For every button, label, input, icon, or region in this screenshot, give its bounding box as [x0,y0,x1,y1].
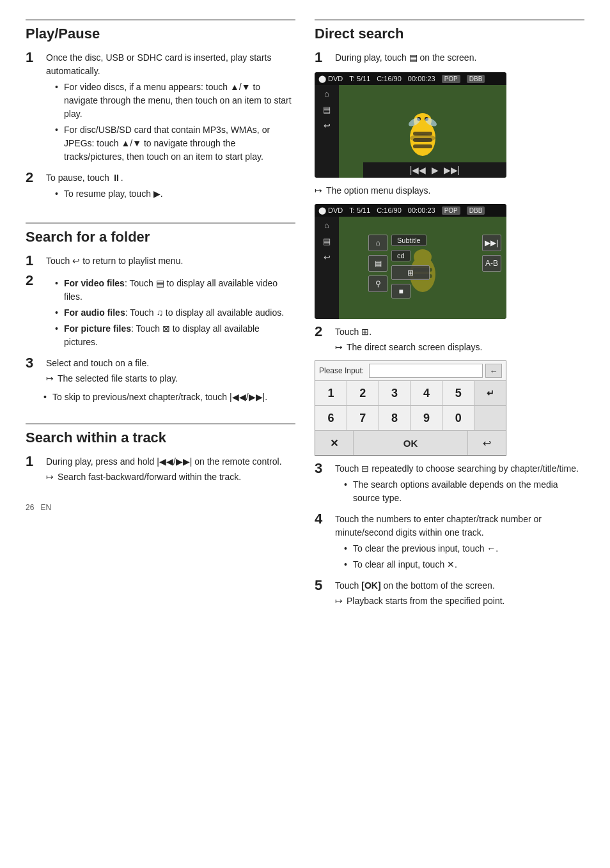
section-title-track: Search within a track [26,423,295,446]
numpad-key-7[interactable]: 7 [347,406,379,430]
folder-step-1: 1 Touch ↩ to return to playlist menu. [26,254,295,269]
home-icon-2: ⌂ [324,221,329,230]
section-title-play-pause: Play/Pause [26,19,295,42]
numpad-label: Please Input: [319,366,364,375]
numpad: Please Input: ← 1 2 3 4 5 ↵ 6 7 8 9 [315,360,506,456]
direct-step-num-1: 1 [315,49,335,66]
direct-step-2-content: Touch ⊞. The direct search screen displa… [335,325,584,354]
svg-rect-3 [413,138,432,142]
numpad-backspace-btn[interactable]: ← [485,364,502,378]
section-title-folder: Search for a folder [26,222,295,245]
menu-btn-ab[interactable]: A-B [482,255,501,272]
section-play-pause: Play/Pause 1 Once the disc, USB or SDHC … [26,19,295,203]
dvd-track-2: T: 5/11 [349,206,370,214]
dvd-screen-1: ⬤ DVD T: 5/11 C:16/90 00:00:23 POP DBB ⌂… [315,72,506,178]
menu-center-items: Subtitle cd ⊞ ■ [391,235,478,298]
folder-step-1-content: Touch ↩ to return to playlist menu. [46,254,295,268]
dvd-menu-overlay: ⌂ ▤ ⚲ Subtitle cd ⊞ ■ ▶▶| [363,229,506,304]
direct-step-5-arrow: Playback starts from the specified point… [335,594,584,608]
menu-btn-search[interactable]: ⚲ [368,275,387,292]
direct-step-3-content: Touch ⊟ repeatedly to choose searching b… [335,462,584,508]
dvd-chapter-2: C:16/90 [377,206,402,214]
folder-skip-bullet: To skip to previous/next chapter/track, … [43,391,295,404]
folder-step-3: 3 Select and touch on a file. The select… [26,357,295,385]
back-icon: ↩ [324,121,331,130]
page: Play/Pause 1 Once the disc, USB or SDHC … [26,19,584,627]
dvd-body-2: ⌂ ▤ ↩ [315,217,506,319]
bullet-clear-all: To clear all input, touch ✕. [344,558,584,571]
menu-btn-stop[interactable]: ■ [391,284,411,298]
menu-btn-home[interactable]: ⌂ [368,235,387,251]
folder-step-2: 2 For video files: Touch ▤ to display al… [26,274,295,352]
menu-btn-grid[interactable]: ⊞ [391,265,430,280]
menu-item-cd[interactable]: cd [391,250,411,261]
direct-step-4-bullets: To clear the previous input, touch ←. To… [344,542,584,571]
bee-character-svg [400,103,445,160]
next-btn[interactable]: ▶▶| [444,165,460,175]
numpad-key-4[interactable]: 4 [411,381,442,405]
section-search-folder: Search for a folder 1 Touch ↩ to return … [26,222,295,404]
direct-step-4: 4 Touch the numbers to enter chapter/tra… [315,513,584,574]
dvd-controls-1: |◀◀ ▶ ▶▶| [363,162,506,178]
menu-item-subtitle[interactable]: Subtitle [391,235,426,246]
numpad-key-3[interactable]: 3 [379,381,411,405]
numpad-key-ok[interactable]: OK [354,431,468,455]
direct-step-4-content: Touch the numbers to enter chapter/track… [335,513,584,574]
svg-rect-2 [413,132,432,136]
step-2-bullets: To resume play, touch ▶. [55,187,295,201]
step-2-play: 2 To pause, touch ⏸. To resume play, tou… [26,171,295,203]
dvd-badge-dbb: DBB [467,75,485,83]
menu-right-btns: ▶▶| A-B [482,235,501,298]
numpad-key-9[interactable]: 9 [411,406,442,430]
dvd-disc-type: ⬤ DVD [318,75,343,83]
direct-step-1-content: During play, touch ▤ on the screen. [335,51,584,65]
dvd-chapter: C:16/90 [377,75,402,82]
numpad-key-x[interactable]: ✕ [315,431,354,455]
bullet-picture-files: For picture files: Touch ⊠ to display al… [55,322,295,349]
numpad-key-8[interactable]: 8 [379,406,411,430]
folder-step-num-3: 3 [26,355,46,371]
numpad-key-1[interactable]: 1 [315,381,347,405]
track-step-num-1: 1 [26,453,46,470]
folder-step-2-bullets: For video files: Touch ▤ to display all … [55,277,295,349]
direct-step-2-arrow: The direct search screen displays. [335,341,584,354]
step-2-content: To pause, touch ⏸. To resume play, touch… [46,171,295,203]
numpad-key-2[interactable]: 2 [347,381,379,405]
numpad-key-back[interactable]: ↩ [468,431,506,455]
numpad-key-5[interactable]: 5 [442,381,474,405]
step-num-2a: 2 [26,169,46,186]
numpad-key-6[interactable]: 6 [315,406,347,430]
direct-step-1: 1 During play, touch ▤ on the screen. [315,51,584,66]
numpad-bottom-row: ✕ OK ↩ [315,431,506,455]
numpad-key-0[interactable]: 0 [442,406,474,430]
folder-extra-bullet: To skip to previous/next chapter/track, … [26,391,295,404]
direct-step-num-2: 2 [315,323,335,340]
bullet-video-discs: For video discs, if a menu appears: touc… [55,81,295,121]
direct-step-num-5: 5 [315,577,335,594]
prev-btn[interactable]: |◀◀ [410,165,426,175]
folder-step-num-1: 1 [26,252,46,269]
direct-step-5-content: Touch [OK] on the bottom of the screen. … [335,579,584,608]
bullet-search-options: The search options available depends on … [344,478,584,505]
play-btn[interactable]: ▶ [432,165,439,175]
numpad-row-1: 1 2 3 4 5 ↵ [315,381,506,406]
dvd-badge-pop: POP [442,75,460,83]
menu-left-btns: ⌂ ▤ ⚲ [368,235,387,298]
dvd-body-1: ⌂ ▤ ↩ [315,85,506,178]
folder-step-3-arrow: The selected file starts to play. [46,372,295,385]
dvd-badge-pop-2: POP [442,206,460,215]
back-icon-2: ↩ [324,252,331,262]
menu-btn-skip-fwd[interactable]: ▶▶| [482,235,501,251]
track-step-1-arrow: Search fast-backward/forward within the … [46,470,295,484]
bullet-clear-prev: To clear the previous input, touch ←. [344,542,584,555]
section-search-track: Search within a track 1 During play, pre… [26,423,295,484]
numpad-key-enter[interactable]: ↵ [474,381,506,405]
menu-btn-list[interactable]: ▤ [368,255,387,272]
step-num-1: 1 [26,49,46,66]
dvd-time: 00:00:23 [408,75,435,82]
menu-icon-2: ▤ [323,236,331,246]
numpad-input-row: Please Input: ← [315,361,506,381]
dvd-sidebar-2: ⌂ ▤ ↩ [315,217,339,319]
numpad-input-field[interactable] [369,364,483,378]
folder-step-num-2: 2 [26,272,46,289]
